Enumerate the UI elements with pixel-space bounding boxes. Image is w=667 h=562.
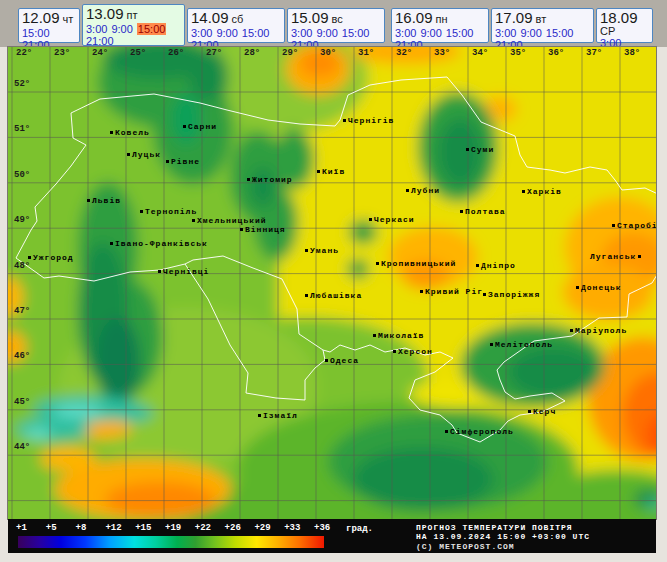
city-dot-icon <box>240 228 243 231</box>
city-dot-icon <box>445 430 448 433</box>
city-dot-icon <box>158 270 161 273</box>
time-row: 3:009:0015:00 <box>495 28 590 39</box>
city-name: Старобільськ <box>617 221 656 230</box>
city-dot-icon <box>110 131 113 134</box>
day-date: 14.09 сб <box>191 10 281 27</box>
city-label: Одеса <box>325 357 359 365</box>
time-row: 21:00 <box>86 36 181 47</box>
time-link[interactable]: 3:00 <box>191 27 212 39</box>
day-card[interactable]: 16.09 пн3:009:0015:0021:00 <box>391 8 489 43</box>
lat-label: 49° <box>14 216 30 225</box>
city-dot-icon <box>576 286 579 289</box>
day-date: 12.09 чт <box>22 10 76 27</box>
time-link[interactable]: 9:00 <box>520 27 541 39</box>
time-link[interactable]: 3:00 <box>291 27 312 39</box>
city-name: Київ <box>322 167 345 176</box>
lon-label: 30° <box>320 49 336 58</box>
legend-tick: +15 <box>135 524 151 533</box>
city-name: Кривий Ріг <box>425 287 483 296</box>
city-label: Ізмаїл <box>258 412 298 420</box>
city-dot-icon <box>343 119 346 122</box>
city-dot-icon <box>317 170 320 173</box>
time-link[interactable]: 3:00 <box>86 23 107 35</box>
city-label: Луганськ <box>590 253 641 261</box>
city-name: Луганськ <box>590 252 636 261</box>
time-link[interactable]: 3:00 <box>495 27 516 39</box>
time-link[interactable]: 15:00 <box>446 27 474 39</box>
city-label: Донецьк <box>576 284 622 292</box>
city-label: Сімферополь <box>445 428 514 436</box>
time-link[interactable]: 9:00 <box>316 27 337 39</box>
day-card[interactable]: 14.09 сб3:009:0015:0021:00 <box>187 8 285 43</box>
city-name: Харків <box>527 187 562 196</box>
lon-label: 27° <box>206 49 222 58</box>
city-dot-icon <box>87 199 90 202</box>
city-label: Черкаси <box>369 216 415 224</box>
time-link[interactable]: 21:00 <box>86 35 114 47</box>
city-label: Ужгород <box>28 254 74 262</box>
lon-label: 24° <box>92 49 108 58</box>
city-label: Херсон <box>393 348 433 356</box>
legend-tick: +8 <box>76 524 87 533</box>
city-dot-icon <box>570 329 573 332</box>
day-date: 16.09 пн <box>395 10 485 27</box>
time-link[interactable]: 15:00 <box>22 27 50 39</box>
time-link[interactable]: 9:00 <box>216 27 237 39</box>
city-dot-icon <box>460 210 463 213</box>
legend-tick: +36 <box>314 524 330 533</box>
city-label: Харків <box>522 188 562 196</box>
city-dot-icon <box>612 224 615 227</box>
day-card[interactable]: 15.09 вс3:009:0015:0021:00 <box>287 8 385 43</box>
city-dot-icon <box>490 343 493 346</box>
city-label: Чернівці <box>158 268 209 276</box>
city-name: Львів <box>92 196 121 205</box>
day-of-week: пн <box>433 13 448 25</box>
day-card[interactable]: 17.09 вт3:009:0015:0021:00 <box>491 8 594 43</box>
time-row: 3:009:0015:00 <box>291 28 381 39</box>
city-label: Любашівка <box>305 292 362 300</box>
legend-tick: +26 <box>225 524 241 533</box>
city-name: Херсон <box>398 347 433 356</box>
day-date: 15.09 вс <box>291 10 381 27</box>
day-date: 17.09 вт <box>495 10 590 27</box>
city-name: Житомир <box>252 175 293 184</box>
time-link[interactable]: 15:00 <box>342 27 370 39</box>
city-dot-icon <box>28 256 31 259</box>
legend-unit: град. <box>346 524 373 534</box>
lon-label: 26° <box>168 49 184 58</box>
lat-label: 50° <box>14 171 30 180</box>
time-link[interactable]: 3:00 <box>395 27 416 39</box>
time-link[interactable]: 9:00 <box>420 27 441 39</box>
day-card[interactable]: 12.09 чт15:0021:00 <box>18 8 80 43</box>
time-link[interactable]: 15:00 <box>137 23 167 35</box>
city-dot-icon <box>140 210 143 213</box>
day-date: 13.09 пт <box>86 6 181 23</box>
city-name: Сімферополь <box>450 427 514 436</box>
city-label: Лубни <box>406 187 440 195</box>
temperature-blobs <box>8 47 656 519</box>
time-row: 3:009:0015:00 <box>191 28 281 39</box>
time-link[interactable]: 15:00 <box>242 27 270 39</box>
lon-label: 28° <box>244 49 260 58</box>
day-of-week: вт <box>533 13 547 25</box>
city-dot-icon <box>528 410 531 413</box>
time-link[interactable]: 9:00 <box>111 23 132 35</box>
city-name: Керч <box>533 407 556 416</box>
city-dot-icon <box>638 255 641 258</box>
lon-label: 22° <box>16 49 32 58</box>
lon-label: 32° <box>396 49 412 58</box>
lat-label: 51° <box>14 125 30 134</box>
city-label: Рівне <box>166 158 200 166</box>
city-label: Маріуполь <box>570 327 627 335</box>
day-card[interactable]: 13.09 пт3:009:0015:0021:00 <box>82 4 185 46</box>
city-label: Луцьк <box>127 151 161 159</box>
city-name: Маріуполь <box>575 326 627 335</box>
city-dot-icon <box>369 218 372 221</box>
city-label: Хмельницький <box>192 217 267 225</box>
time-link[interactable]: 15:00 <box>546 27 574 39</box>
city-label: Кривий Ріг <box>420 288 483 296</box>
legend-bar: град. ПРОГНОЗ ТЕМПЕРАТУРИ ПОВІТРЯ НА 13.… <box>8 519 656 553</box>
day-of-week: СР <box>600 26 649 37</box>
day-card[interactable]: 18.09СР3:00 <box>596 8 653 43</box>
legend-tick: +33 <box>284 524 300 533</box>
